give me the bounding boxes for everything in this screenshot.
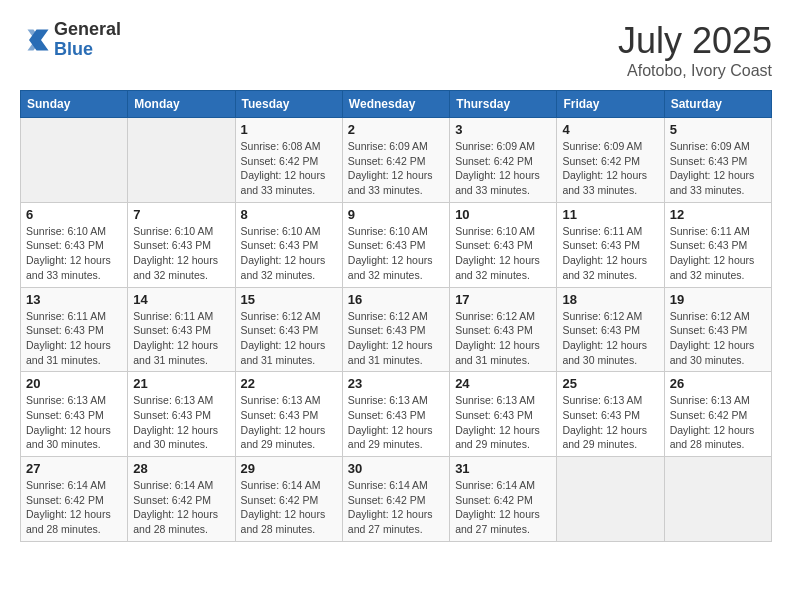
calendar-cell: 3Sunrise: 6:09 AM Sunset: 6:42 PM Daylig… bbox=[450, 118, 557, 203]
day-info: Sunrise: 6:11 AM Sunset: 6:43 PM Dayligh… bbox=[133, 309, 229, 368]
day-info: Sunrise: 6:10 AM Sunset: 6:43 PM Dayligh… bbox=[133, 224, 229, 283]
day-info: Sunrise: 6:14 AM Sunset: 6:42 PM Dayligh… bbox=[241, 478, 337, 537]
calendar-cell: 8Sunrise: 6:10 AM Sunset: 6:43 PM Daylig… bbox=[235, 202, 342, 287]
day-number: 21 bbox=[133, 376, 229, 391]
calendar-cell: 25Sunrise: 6:13 AM Sunset: 6:43 PM Dayli… bbox=[557, 372, 664, 457]
calendar-cell: 31Sunrise: 6:14 AM Sunset: 6:42 PM Dayli… bbox=[450, 457, 557, 542]
calendar-cell: 29Sunrise: 6:14 AM Sunset: 6:42 PM Dayli… bbox=[235, 457, 342, 542]
day-info: Sunrise: 6:12 AM Sunset: 6:43 PM Dayligh… bbox=[455, 309, 551, 368]
calendar-cell: 11Sunrise: 6:11 AM Sunset: 6:43 PM Dayli… bbox=[557, 202, 664, 287]
weekday-header-tuesday: Tuesday bbox=[235, 91, 342, 118]
month-title: July 2025 bbox=[618, 20, 772, 62]
day-info: Sunrise: 6:13 AM Sunset: 6:43 PM Dayligh… bbox=[26, 393, 122, 452]
logo-icon bbox=[20, 25, 50, 55]
calendar-cell: 2Sunrise: 6:09 AM Sunset: 6:42 PM Daylig… bbox=[342, 118, 449, 203]
calendar-cell: 9Sunrise: 6:10 AM Sunset: 6:43 PM Daylig… bbox=[342, 202, 449, 287]
day-number: 27 bbox=[26, 461, 122, 476]
calendar-cell: 10Sunrise: 6:10 AM Sunset: 6:43 PM Dayli… bbox=[450, 202, 557, 287]
day-number: 23 bbox=[348, 376, 444, 391]
day-number: 14 bbox=[133, 292, 229, 307]
day-info: Sunrise: 6:10 AM Sunset: 6:43 PM Dayligh… bbox=[26, 224, 122, 283]
weekday-header-wednesday: Wednesday bbox=[342, 91, 449, 118]
calendar-cell: 5Sunrise: 6:09 AM Sunset: 6:43 PM Daylig… bbox=[664, 118, 771, 203]
week-row-5: 27Sunrise: 6:14 AM Sunset: 6:42 PM Dayli… bbox=[21, 457, 772, 542]
day-number: 11 bbox=[562, 207, 658, 222]
day-info: Sunrise: 6:09 AM Sunset: 6:42 PM Dayligh… bbox=[455, 139, 551, 198]
day-info: Sunrise: 6:10 AM Sunset: 6:43 PM Dayligh… bbox=[348, 224, 444, 283]
day-number: 17 bbox=[455, 292, 551, 307]
week-row-4: 20Sunrise: 6:13 AM Sunset: 6:43 PM Dayli… bbox=[21, 372, 772, 457]
calendar-cell: 16Sunrise: 6:12 AM Sunset: 6:43 PM Dayli… bbox=[342, 287, 449, 372]
calendar-cell: 19Sunrise: 6:12 AM Sunset: 6:43 PM Dayli… bbox=[664, 287, 771, 372]
day-info: Sunrise: 6:09 AM Sunset: 6:42 PM Dayligh… bbox=[348, 139, 444, 198]
day-info: Sunrise: 6:13 AM Sunset: 6:43 PM Dayligh… bbox=[241, 393, 337, 452]
day-info: Sunrise: 6:09 AM Sunset: 6:43 PM Dayligh… bbox=[670, 139, 766, 198]
day-number: 7 bbox=[133, 207, 229, 222]
day-number: 3 bbox=[455, 122, 551, 137]
day-number: 19 bbox=[670, 292, 766, 307]
weekday-header-sunday: Sunday bbox=[21, 91, 128, 118]
day-info: Sunrise: 6:13 AM Sunset: 6:43 PM Dayligh… bbox=[348, 393, 444, 452]
week-row-2: 6Sunrise: 6:10 AM Sunset: 6:43 PM Daylig… bbox=[21, 202, 772, 287]
calendar-cell: 7Sunrise: 6:10 AM Sunset: 6:43 PM Daylig… bbox=[128, 202, 235, 287]
calendar-cell: 27Sunrise: 6:14 AM Sunset: 6:42 PM Dayli… bbox=[21, 457, 128, 542]
day-number: 31 bbox=[455, 461, 551, 476]
calendar-cell bbox=[21, 118, 128, 203]
calendar-cell: 15Sunrise: 6:12 AM Sunset: 6:43 PM Dayli… bbox=[235, 287, 342, 372]
day-number: 1 bbox=[241, 122, 337, 137]
day-info: Sunrise: 6:13 AM Sunset: 6:43 PM Dayligh… bbox=[455, 393, 551, 452]
day-number: 18 bbox=[562, 292, 658, 307]
day-number: 12 bbox=[670, 207, 766, 222]
calendar-cell: 28Sunrise: 6:14 AM Sunset: 6:42 PM Dayli… bbox=[128, 457, 235, 542]
day-number: 15 bbox=[241, 292, 337, 307]
calendar-cell: 30Sunrise: 6:14 AM Sunset: 6:42 PM Dayli… bbox=[342, 457, 449, 542]
day-info: Sunrise: 6:13 AM Sunset: 6:43 PM Dayligh… bbox=[133, 393, 229, 452]
weekday-header-thursday: Thursday bbox=[450, 91, 557, 118]
day-number: 4 bbox=[562, 122, 658, 137]
calendar-cell: 22Sunrise: 6:13 AM Sunset: 6:43 PM Dayli… bbox=[235, 372, 342, 457]
day-info: Sunrise: 6:08 AM Sunset: 6:42 PM Dayligh… bbox=[241, 139, 337, 198]
day-number: 26 bbox=[670, 376, 766, 391]
day-info: Sunrise: 6:12 AM Sunset: 6:43 PM Dayligh… bbox=[241, 309, 337, 368]
day-info: Sunrise: 6:12 AM Sunset: 6:43 PM Dayligh… bbox=[348, 309, 444, 368]
calendar-cell: 23Sunrise: 6:13 AM Sunset: 6:43 PM Dayli… bbox=[342, 372, 449, 457]
day-info: Sunrise: 6:11 AM Sunset: 6:43 PM Dayligh… bbox=[670, 224, 766, 283]
day-info: Sunrise: 6:13 AM Sunset: 6:43 PM Dayligh… bbox=[562, 393, 658, 452]
logo-blue-text: Blue bbox=[54, 40, 121, 60]
day-number: 16 bbox=[348, 292, 444, 307]
day-number: 8 bbox=[241, 207, 337, 222]
weekday-header-monday: Monday bbox=[128, 91, 235, 118]
day-info: Sunrise: 6:10 AM Sunset: 6:43 PM Dayligh… bbox=[241, 224, 337, 283]
page-header: General Blue July 2025 Afotobo, Ivory Co… bbox=[20, 20, 772, 80]
day-number: 30 bbox=[348, 461, 444, 476]
calendar-cell bbox=[128, 118, 235, 203]
day-number: 22 bbox=[241, 376, 337, 391]
calendar-cell: 24Sunrise: 6:13 AM Sunset: 6:43 PM Dayli… bbox=[450, 372, 557, 457]
day-info: Sunrise: 6:14 AM Sunset: 6:42 PM Dayligh… bbox=[133, 478, 229, 537]
calendar-cell: 21Sunrise: 6:13 AM Sunset: 6:43 PM Dayli… bbox=[128, 372, 235, 457]
calendar-cell: 17Sunrise: 6:12 AM Sunset: 6:43 PM Dayli… bbox=[450, 287, 557, 372]
calendar-cell: 18Sunrise: 6:12 AM Sunset: 6:43 PM Dayli… bbox=[557, 287, 664, 372]
day-info: Sunrise: 6:12 AM Sunset: 6:43 PM Dayligh… bbox=[670, 309, 766, 368]
calendar-cell: 12Sunrise: 6:11 AM Sunset: 6:43 PM Dayli… bbox=[664, 202, 771, 287]
weekday-header-friday: Friday bbox=[557, 91, 664, 118]
weekday-header-saturday: Saturday bbox=[664, 91, 771, 118]
calendar-cell: 20Sunrise: 6:13 AM Sunset: 6:43 PM Dayli… bbox=[21, 372, 128, 457]
day-number: 29 bbox=[241, 461, 337, 476]
day-number: 10 bbox=[455, 207, 551, 222]
day-info: Sunrise: 6:13 AM Sunset: 6:42 PM Dayligh… bbox=[670, 393, 766, 452]
day-info: Sunrise: 6:11 AM Sunset: 6:43 PM Dayligh… bbox=[562, 224, 658, 283]
day-info: Sunrise: 6:14 AM Sunset: 6:42 PM Dayligh… bbox=[455, 478, 551, 537]
logo: General Blue bbox=[20, 20, 121, 60]
calendar-cell bbox=[557, 457, 664, 542]
calendar-cell: 4Sunrise: 6:09 AM Sunset: 6:42 PM Daylig… bbox=[557, 118, 664, 203]
calendar-cell: 1Sunrise: 6:08 AM Sunset: 6:42 PM Daylig… bbox=[235, 118, 342, 203]
day-info: Sunrise: 6:09 AM Sunset: 6:42 PM Dayligh… bbox=[562, 139, 658, 198]
day-number: 6 bbox=[26, 207, 122, 222]
day-number: 20 bbox=[26, 376, 122, 391]
day-info: Sunrise: 6:12 AM Sunset: 6:43 PM Dayligh… bbox=[562, 309, 658, 368]
day-info: Sunrise: 6:11 AM Sunset: 6:43 PM Dayligh… bbox=[26, 309, 122, 368]
day-number: 24 bbox=[455, 376, 551, 391]
day-info: Sunrise: 6:14 AM Sunset: 6:42 PM Dayligh… bbox=[348, 478, 444, 537]
title-block: July 2025 Afotobo, Ivory Coast bbox=[618, 20, 772, 80]
